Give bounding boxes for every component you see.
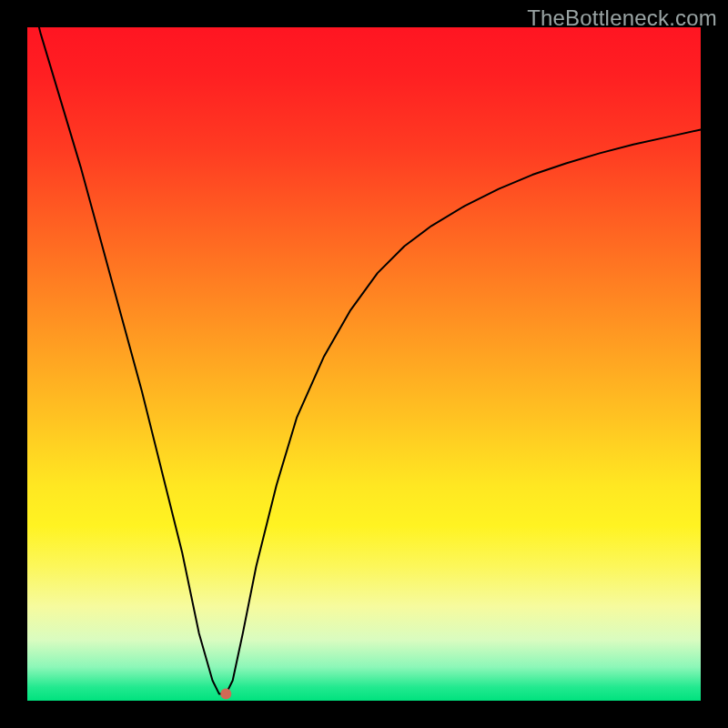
bottleneck-curve xyxy=(27,0,701,694)
curve-svg xyxy=(27,27,701,701)
minimum-marker xyxy=(220,689,231,700)
watermark-label: TheBottleneck.com xyxy=(527,5,717,31)
plot-area xyxy=(27,27,701,701)
chart-frame: TheBottleneck.com xyxy=(0,0,728,728)
